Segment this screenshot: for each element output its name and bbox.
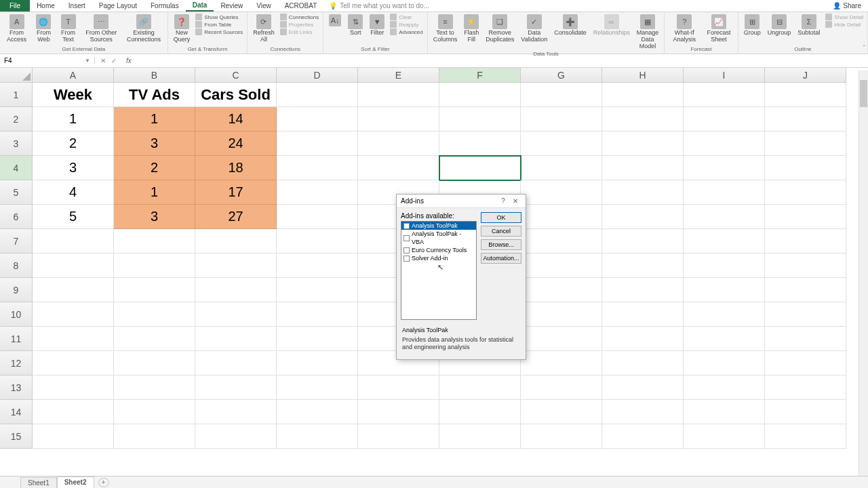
cell-B2[interactable]: 1	[114, 107, 195, 131]
cell-J12[interactable]	[765, 351, 846, 375]
filter-button[interactable]: ▼Filter	[368, 14, 386, 37]
row-header-7[interactable]: 7	[0, 229, 33, 253]
cell-I13[interactable]	[684, 375, 765, 400]
row-header-6[interactable]: 6	[0, 205, 33, 229]
cell-I15[interactable]	[684, 424, 765, 449]
connections-button[interactable]: Connections	[280, 14, 319, 20]
cell-G15[interactable]	[521, 424, 602, 449]
automation-button[interactable]: Automation...	[481, 253, 521, 264]
column-header-F[interactable]: F	[439, 68, 521, 83]
cell-C3[interactable]: 24	[195, 131, 277, 156]
cell-B13[interactable]	[114, 375, 195, 400]
cell-B1[interactable]: TV Ads	[114, 83, 195, 107]
cell-I3[interactable]	[684, 131, 765, 156]
cell-H14[interactable]	[602, 400, 684, 424]
row-header-4[interactable]: 4	[0, 156, 33, 180]
from-access-button[interactable]: AFrom Access	[4, 14, 29, 44]
data-validation-button[interactable]: ✓Data Validation	[519, 14, 549, 44]
ungroup-button[interactable]: ⊟Ungroup	[766, 14, 793, 37]
cell-C12[interactable]	[195, 351, 277, 375]
edit-links-button[interactable]: Edit Links	[280, 28, 319, 35]
cell-H10[interactable]	[602, 302, 684, 327]
cell-B11[interactable]	[114, 327, 195, 351]
cell-H1[interactable]	[602, 83, 684, 107]
cell-D15[interactable]	[277, 424, 358, 449]
column-header-D[interactable]: D	[277, 68, 358, 83]
cell-J2[interactable]	[765, 107, 846, 131]
cell-F14[interactable]	[439, 400, 521, 424]
select-all-corner[interactable]	[0, 68, 33, 83]
cell-J7[interactable]	[765, 229, 846, 253]
cell-H11[interactable]	[602, 327, 684, 351]
cell-A1[interactable]: Week	[33, 83, 114, 107]
cell-D6[interactable]	[277, 205, 358, 229]
cell-G8[interactable]	[521, 253, 602, 278]
column-header-C[interactable]: C	[195, 68, 277, 83]
row-header-15[interactable]: 15	[0, 424, 33, 449]
cell-B7[interactable]	[114, 229, 195, 253]
tab-page-layout[interactable]: Page Layout	[92, 0, 144, 12]
cell-B15[interactable]	[114, 424, 195, 449]
cell-C11[interactable]	[195, 327, 277, 351]
cell-I4[interactable]	[684, 156, 765, 180]
cell-G3[interactable]	[521, 131, 602, 156]
cell-G4[interactable]	[521, 156, 602, 180]
cell-C5[interactable]: 17	[195, 180, 277, 205]
cell-C6[interactable]: 27	[195, 205, 277, 229]
row-header-11[interactable]: 11	[0, 327, 33, 351]
addin-item[interactable]: Solver Add-in	[401, 254, 476, 262]
cell-J6[interactable]	[765, 205, 846, 229]
cell-D1[interactable]	[277, 83, 358, 107]
cell-F2[interactable]	[439, 107, 521, 131]
tab-insert[interactable]: Insert	[62, 0, 92, 12]
dialog-titlebar[interactable]: Add-ins ? ✕	[397, 195, 526, 208]
cell-D13[interactable]	[277, 375, 358, 400]
column-header-B[interactable]: B	[114, 68, 195, 83]
what-if-button[interactable]: ?What-If Analysis	[669, 14, 700, 44]
cell-G10[interactable]	[521, 302, 602, 327]
cell-G6[interactable]	[521, 205, 602, 229]
cell-B14[interactable]	[114, 400, 195, 424]
text-to-columns-button[interactable]: ≡Text to Columns	[432, 14, 459, 44]
cell-A15[interactable]	[33, 424, 114, 449]
cell-J4[interactable]	[765, 156, 846, 180]
cell-A3[interactable]: 2	[33, 131, 114, 156]
cell-A7[interactable]	[33, 229, 114, 253]
column-header-I[interactable]: I	[684, 68, 765, 83]
cell-A8[interactable]	[33, 253, 114, 278]
checkbox[interactable]	[403, 256, 410, 262]
cell-E13[interactable]	[358, 375, 439, 400]
row-header-10[interactable]: 10	[0, 302, 33, 327]
cell-J1[interactable]	[765, 83, 846, 107]
cell-D8[interactable]	[277, 253, 358, 278]
cell-G13[interactable]	[521, 375, 602, 400]
cell-H15[interactable]	[602, 424, 684, 449]
cell-C13[interactable]	[195, 375, 277, 400]
cancel-formula-button[interactable]: ✕	[100, 57, 106, 64]
column-header-E[interactable]: E	[358, 68, 439, 83]
ok-button[interactable]: OK	[481, 212, 521, 223]
row-header-5[interactable]: 5	[0, 180, 33, 205]
recent-sources-button[interactable]: Recent Sources	[195, 28, 243, 35]
column-header-G[interactable]: G	[521, 68, 602, 83]
browse-button[interactable]: Browse...	[481, 239, 521, 250]
addin-item[interactable]: Euro Currency Tools	[401, 246, 476, 254]
row-header-3[interactable]: 3	[0, 131, 33, 156]
cell-J8[interactable]	[765, 253, 846, 278]
cell-A9[interactable]	[33, 278, 114, 302]
cell-I7[interactable]	[684, 229, 765, 253]
cell-A6[interactable]: 5	[33, 205, 114, 229]
cell-B5[interactable]: 1	[114, 180, 195, 205]
from-web-button[interactable]: 🌐From Web	[33, 14, 54, 44]
cell-G12[interactable]	[521, 351, 602, 375]
cell-A4[interactable]: 3	[33, 156, 114, 180]
cell-H3[interactable]	[602, 131, 684, 156]
consolidate-button[interactable]: ➕Consolidate	[553, 14, 588, 37]
sheet-tab-sheet2[interactable]: Sheet2	[57, 476, 94, 488]
cell-A10[interactable]	[33, 302, 114, 327]
subtotal-button[interactable]: ΣSubtotal	[796, 14, 821, 37]
cell-J5[interactable]	[765, 180, 846, 205]
cell-D7[interactable]	[277, 229, 358, 253]
cell-C10[interactable]	[195, 302, 277, 327]
tell-me[interactable]: 💡Tell me what you want to do...	[323, 0, 435, 12]
